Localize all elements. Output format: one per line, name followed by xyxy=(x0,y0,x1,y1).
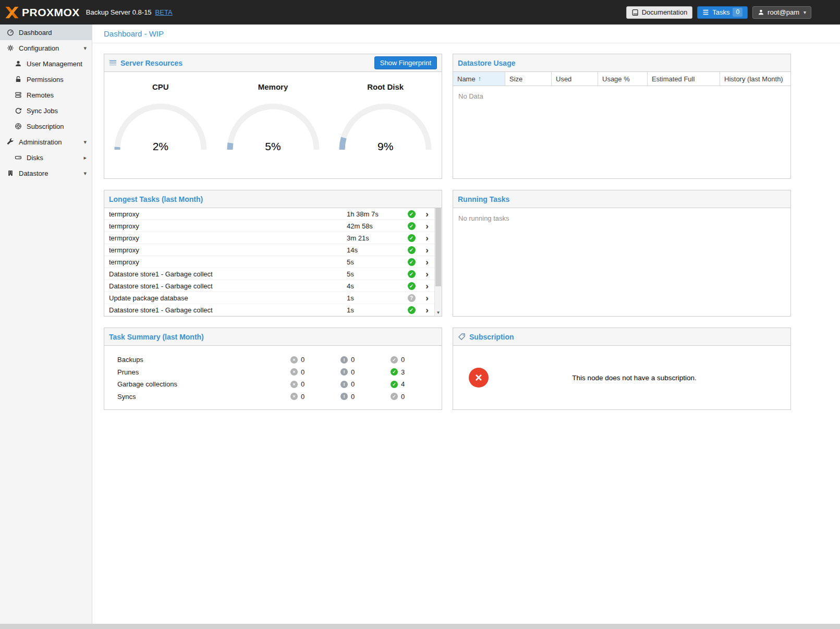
longest-tasks-header: Longest Tasks (last Month) xyxy=(104,190,442,208)
sidebar-item-subscription[interactable]: Subscription xyxy=(0,118,92,134)
scrollbar-thumb[interactable] xyxy=(435,208,441,286)
task-name: Datastore store1 - Garbage collect xyxy=(109,270,347,278)
column-header-size[interactable]: Size xyxy=(505,72,552,86)
summary-label: Syncs xyxy=(117,393,290,401)
task-row[interactable]: termproxy 1h 38m 7s ✓ › xyxy=(104,208,434,220)
documentation-button[interactable]: Documentation xyxy=(626,6,692,19)
task-name: termproxy xyxy=(109,210,347,218)
running-tasks-panel: Running Tasks No running tasks xyxy=(453,190,791,317)
task-duration: 4s xyxy=(347,282,403,290)
task-name: termproxy xyxy=(109,234,347,242)
sidebar-item-sync-jobs[interactable]: Sync Jobs xyxy=(0,103,92,118)
server-icon xyxy=(15,91,22,99)
server-resources-icon xyxy=(109,59,117,67)
sidebar-item-permissions[interactable]: Permissions xyxy=(0,71,92,87)
expand-right-icon[interactable]: ▸ xyxy=(83,154,87,161)
subscription-panel: Subscription × This node does not have a… xyxy=(453,328,791,410)
chevron-right-icon[interactable]: › xyxy=(420,210,434,219)
user-menu-button[interactable]: root@pam ▾ xyxy=(752,6,811,19)
column-label: Name xyxy=(457,75,476,83)
summary-label: Prunes xyxy=(117,368,290,376)
sidebar-item-remotes[interactable]: Remotes xyxy=(0,87,92,103)
task-row[interactable]: termproxy 42m 58s ✓ › xyxy=(104,220,434,232)
sidebar-item-label: Dashboard xyxy=(19,29,52,37)
warning-count: 0 xyxy=(351,380,355,388)
chevron-down-icon: ▾ xyxy=(804,9,806,15)
ok-count-icon: ✓ xyxy=(391,356,398,364)
panel-title: Task Summary (last Month) xyxy=(109,333,204,341)
chevron-right-icon[interactable]: › xyxy=(420,270,434,279)
show-fingerprint-button[interactable]: Show Fingerprint xyxy=(374,56,437,69)
sidebar-item-disks[interactable]: Disks ▸ xyxy=(0,150,92,165)
task-duration: 42m 58s xyxy=(347,222,403,230)
column-header-name[interactable]: Name ↑ xyxy=(453,72,505,86)
task-rows: termproxy 1h 38m 7s ✓ › termproxy 42m 58… xyxy=(104,208,434,316)
tasks-count-badge: 0 xyxy=(733,8,742,17)
panel-title: Server Resources xyxy=(120,59,182,67)
column-header-usage-pct[interactable]: Usage % xyxy=(598,72,648,86)
task-row[interactable]: termproxy 3m 21s ✓ › xyxy=(104,232,434,244)
column-label: History (last Month) xyxy=(724,75,783,83)
hdd-icon xyxy=(15,154,22,161)
tasks-button[interactable]: Tasks 0 xyxy=(697,6,748,19)
task-row[interactable]: Datastore store1 - Garbage collect 5s ✓ … xyxy=(104,268,434,280)
user-icon xyxy=(758,9,764,16)
topbar-actions: Documentation Tasks 0 root@pam ▾ xyxy=(626,6,811,19)
collapse-down-icon[interactable]: ▾ xyxy=(83,170,87,177)
datastore-usage-header: Datastore Usage xyxy=(453,54,790,72)
sidebar-item-label: Subscription xyxy=(27,123,64,130)
chevron-right-icon[interactable]: › xyxy=(420,306,434,314)
chevron-right-icon[interactable]: › xyxy=(420,234,434,243)
column-header-history[interactable]: History (last Month) xyxy=(720,72,790,86)
task-row[interactable]: Datastore store1 - Garbage collect 1s ✓ … xyxy=(104,304,434,316)
sidebar-item-administration[interactable]: Administration ▾ xyxy=(0,134,92,150)
chevron-right-icon[interactable]: › xyxy=(420,222,434,231)
error-count: 0 xyxy=(301,368,305,376)
chevron-right-icon[interactable]: › xyxy=(420,258,434,267)
sidebar-item-configuration[interactable]: Configuration ▾ xyxy=(0,40,92,56)
task-list-scrollbar[interactable]: ▼ xyxy=(434,208,442,316)
collapse-down-icon[interactable]: ▾ xyxy=(83,139,87,146)
gauge-value: 9% xyxy=(337,140,434,153)
task-row[interactable]: Update package database 1s ? › xyxy=(104,292,434,304)
chevron-right-icon[interactable]: › xyxy=(420,246,434,255)
column-header-estimated-full[interactable]: Estimated Full xyxy=(648,72,720,86)
life-ring-icon xyxy=(15,123,22,130)
task-row[interactable]: termproxy 14s ✓ › xyxy=(104,244,434,256)
memory-gauge: Memory 5% xyxy=(217,82,330,178)
sort-asc-icon: ↑ xyxy=(478,75,481,82)
task-name: Datastore store1 - Garbage collect xyxy=(109,282,347,290)
task-name: Update package database xyxy=(109,294,347,302)
sidebar-item-label: Administration xyxy=(19,138,62,146)
task-duration: 14s xyxy=(347,246,403,254)
beta-link[interactable]: BETA xyxy=(155,8,173,16)
column-header-used[interactable]: Used xyxy=(552,72,598,86)
scrollbar-down-arrow-icon[interactable]: ▼ xyxy=(435,309,442,316)
panel-title: Running Tasks xyxy=(458,195,509,203)
proxmox-logo: PROXMOX xyxy=(5,6,80,19)
summary-label: Backups xyxy=(117,356,290,364)
sidebar-item-label: Remotes xyxy=(27,91,54,99)
topbar: PROXMOX Backup Server 0.8-15 BETA Docume… xyxy=(0,0,840,25)
subscription-message: This node does not have a subscription. xyxy=(489,374,780,382)
column-label: Used xyxy=(556,75,571,83)
chevron-right-icon[interactable]: › xyxy=(420,282,434,291)
no-running-tasks-text: No running tasks xyxy=(453,208,790,228)
sidebar-item-label: Permissions xyxy=(27,76,64,83)
chevron-right-icon[interactable]: › xyxy=(420,294,434,303)
collapse-down-icon[interactable]: ▾ xyxy=(83,45,87,52)
gauge-label: CPU xyxy=(152,82,169,91)
sidebar-item-label: Sync Jobs xyxy=(27,107,58,115)
error-count-icon: × xyxy=(290,381,298,388)
sidebar-item-dashboard[interactable]: Dashboard xyxy=(0,25,92,40)
task-name: termproxy xyxy=(109,246,347,254)
ok-count: 4 xyxy=(401,380,405,388)
summary-row-garbage-collections: Garbage collections ×0 !0 ✓4 xyxy=(104,378,442,391)
sidebar-item-user-management[interactable]: User Management xyxy=(0,56,92,71)
task-row[interactable]: Datastore store1 - Garbage collect 4s ✓ … xyxy=(104,280,434,292)
sidebar-item-datastore[interactable]: Datastore ▾ xyxy=(0,165,92,181)
error-count-icon: × xyxy=(290,393,298,400)
subscription-header: Subscription xyxy=(453,328,790,346)
error-count: 0 xyxy=(301,393,305,401)
task-row[interactable]: termproxy 5s ✓ › xyxy=(104,256,434,268)
